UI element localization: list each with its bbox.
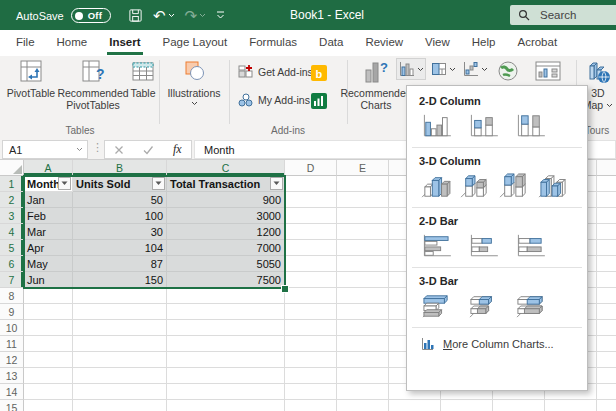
cell-C6[interactable]: 5050 bbox=[167, 256, 285, 272]
cell-J13[interactable] bbox=[597, 368, 616, 384]
cell-H15[interactable] bbox=[493, 400, 545, 411]
cell-D1[interactable] bbox=[285, 176, 337, 192]
cell-E4[interactable] bbox=[337, 224, 389, 240]
chart-type-3d-stacked-column[interactable] bbox=[458, 172, 492, 200]
cell-E15[interactable] bbox=[337, 400, 389, 411]
row-header-15[interactable]: 15 bbox=[0, 400, 24, 411]
cell-E1[interactable] bbox=[337, 176, 389, 192]
cell-A1[interactable]: Month bbox=[24, 176, 73, 192]
select-all-corner[interactable] bbox=[0, 160, 24, 176]
filter-button-B1[interactable] bbox=[152, 177, 165, 190]
cell-J5[interactable] bbox=[597, 240, 616, 256]
cell-B3[interactable]: 100 bbox=[73, 208, 167, 224]
cell-D2[interactable] bbox=[285, 192, 337, 208]
cell-G15[interactable] bbox=[441, 400, 493, 411]
cell-B10[interactable] bbox=[73, 320, 167, 336]
cell-E3[interactable] bbox=[337, 208, 389, 224]
cell-J9[interactable] bbox=[597, 304, 616, 320]
cell-B6[interactable]: 87 bbox=[73, 256, 167, 272]
row-header-1[interactable]: 1 bbox=[0, 176, 24, 192]
insert-column-chart-button[interactable] bbox=[396, 58, 426, 80]
name-box[interactable]: A1 bbox=[2, 140, 88, 159]
cell-J15[interactable] bbox=[597, 400, 616, 411]
tab-file[interactable]: File bbox=[5, 30, 46, 56]
cell-E14[interactable] bbox=[337, 384, 389, 400]
cell-B7[interactable]: 150 bbox=[73, 272, 167, 288]
cell-C5[interactable]: 7000 bbox=[167, 240, 285, 256]
row-header-3[interactable]: 3 bbox=[0, 208, 24, 224]
cell-A5[interactable]: Apr bbox=[24, 240, 73, 256]
cell-F15[interactable] bbox=[389, 400, 441, 411]
people-graph-addin-button[interactable] bbox=[310, 90, 328, 112]
insert-waterfall-chart-button[interactable] bbox=[460, 58, 490, 80]
row-header-11[interactable]: 11 bbox=[0, 336, 24, 352]
cell-D14[interactable] bbox=[285, 384, 337, 400]
illustrations-button[interactable]: Illustrations bbox=[163, 58, 225, 106]
tab-review[interactable]: Review bbox=[354, 30, 414, 56]
cell-A9[interactable] bbox=[24, 304, 73, 320]
undo-button[interactable]: ↶ bbox=[153, 8, 175, 23]
redo-button[interactable]: ↷ bbox=[185, 8, 207, 23]
cell-C8[interactable] bbox=[167, 288, 285, 304]
cell-A15[interactable] bbox=[24, 400, 73, 411]
cell-B5[interactable]: 104 bbox=[73, 240, 167, 256]
column-header-C[interactable]: C bbox=[167, 160, 285, 176]
column-header-J[interactable]: J bbox=[597, 160, 616, 176]
cell-D12[interactable] bbox=[285, 352, 337, 368]
chart-type-clustered-bar[interactable] bbox=[419, 232, 453, 260]
row-header-6[interactable]: 6 bbox=[0, 256, 24, 272]
column-header-A[interactable]: A bbox=[24, 160, 73, 176]
insert-function-button[interactable]: fx bbox=[173, 142, 182, 157]
cell-B12[interactable] bbox=[73, 352, 167, 368]
cell-C4[interactable]: 1200 bbox=[167, 224, 285, 240]
row-header-12[interactable]: 12 bbox=[0, 352, 24, 368]
cell-D3[interactable] bbox=[285, 208, 337, 224]
column-header-E[interactable]: E bbox=[337, 160, 389, 176]
pivotchart-button[interactable] bbox=[530, 58, 566, 84]
cell-C1[interactable]: Total Transaction bbox=[167, 176, 285, 192]
recommended-pivottables-button[interactable]: ? Recommended PivotTables bbox=[58, 58, 128, 111]
cell-B14[interactable] bbox=[73, 384, 167, 400]
cell-C13[interactable] bbox=[167, 368, 285, 384]
cell-E12[interactable] bbox=[337, 352, 389, 368]
chart-type-3d-clustered-bar[interactable] bbox=[419, 292, 453, 320]
pivottable-button[interactable]: PivotTable bbox=[4, 58, 58, 99]
tab-view[interactable]: View bbox=[414, 30, 461, 56]
cell-B2[interactable]: 50 bbox=[73, 192, 167, 208]
cell-D10[interactable] bbox=[285, 320, 337, 336]
cell-I15[interactable] bbox=[545, 400, 597, 411]
cell-E2[interactable] bbox=[337, 192, 389, 208]
cell-A3[interactable]: Feb bbox=[24, 208, 73, 224]
table-button[interactable]: Table bbox=[128, 58, 158, 99]
cell-J1[interactable] bbox=[597, 176, 616, 192]
cell-A12[interactable] bbox=[24, 352, 73, 368]
cell-B1[interactable]: Units Sold bbox=[73, 176, 167, 192]
chart-type-100-stacked-bar[interactable] bbox=[513, 232, 547, 260]
tab-help[interactable]: Help bbox=[461, 30, 507, 56]
cell-A2[interactable]: Jan bbox=[24, 192, 73, 208]
tab-data[interactable]: Data bbox=[308, 30, 354, 56]
cell-B9[interactable] bbox=[73, 304, 167, 320]
cell-C2[interactable]: 900 bbox=[167, 192, 285, 208]
row-header-8[interactable]: 8 bbox=[0, 288, 24, 304]
more-column-charts-item[interactable]: More Column Charts... bbox=[420, 337, 577, 351]
chart-type-3d-column[interactable] bbox=[536, 172, 570, 200]
cell-D13[interactable] bbox=[285, 368, 337, 384]
chart-type-clustered-column[interactable] bbox=[419, 112, 453, 140]
cell-E13[interactable] bbox=[337, 368, 389, 384]
row-header-2[interactable]: 2 bbox=[0, 192, 24, 208]
cell-B11[interactable] bbox=[73, 336, 167, 352]
column-header-D[interactable]: D bbox=[285, 160, 337, 176]
cell-B8[interactable] bbox=[73, 288, 167, 304]
row-header-14[interactable]: 14 bbox=[0, 384, 24, 400]
cell-C7[interactable]: 7500 bbox=[167, 272, 285, 288]
cell-C12[interactable] bbox=[167, 352, 285, 368]
cell-J4[interactable] bbox=[597, 224, 616, 240]
tab-page-layout[interactable]: Page Layout bbox=[152, 30, 239, 56]
cell-A4[interactable]: Mar bbox=[24, 224, 73, 240]
cell-B4[interactable]: 30 bbox=[73, 224, 167, 240]
cell-D7[interactable] bbox=[285, 272, 337, 288]
autosave-switch-icon[interactable]: Off bbox=[71, 8, 111, 23]
tab-home[interactable]: Home bbox=[46, 30, 99, 56]
cell-J14[interactable] bbox=[597, 384, 616, 400]
